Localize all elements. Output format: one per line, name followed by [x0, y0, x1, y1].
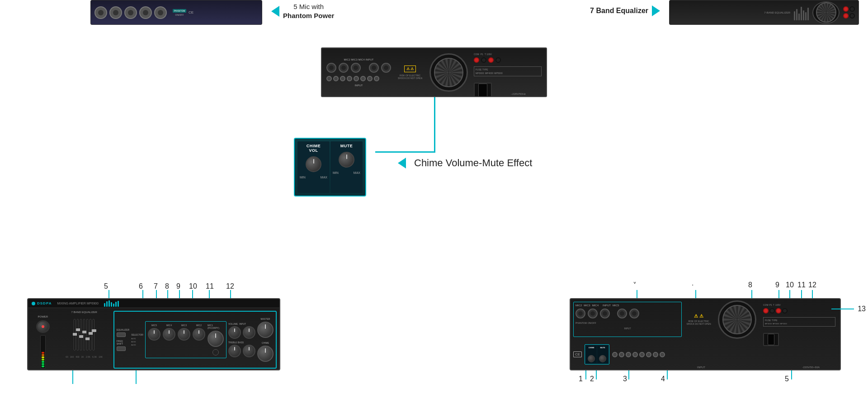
rca-6: [360, 76, 366, 81]
mic5-knob[interactable]: [148, 328, 160, 341]
mute-small-knob[interactable]: [599, 355, 606, 362]
chime-vol-panel: CHIMEVOL MIN MAX: [297, 141, 330, 193]
mic4-knob[interactable]: [163, 328, 175, 341]
top-left-device-image: PHANTOM ON/OFF CE: [90, 0, 262, 25]
back-xlr-5: [629, 309, 639, 318]
back-panel: MIC2 MIC3 MIC4 INPUT MIC5: [570, 298, 841, 370]
input-knob[interactable]: [243, 326, 255, 339]
chime-front-knob[interactable]: [257, 346, 274, 362]
knob-group-mic5: MIC5: [148, 324, 160, 356]
mic1-knob[interactable]: [208, 331, 224, 347]
switch-section: EQUALIZER FREQ SHIFT: [117, 328, 129, 351]
below-line-3: [628, 370, 629, 379]
mic3-knob[interactable]: [178, 328, 190, 341]
power-connector-back: [763, 333, 779, 346]
front-main-area: POWER: [28, 308, 279, 370]
xlr-port-mic2: [326, 63, 336, 73]
num-label-3-below: 3: [623, 375, 627, 383]
num-13-line: [831, 309, 854, 309]
eq-slider-7[interactable]: [93, 319, 94, 351]
mic1-jack: [212, 349, 219, 356]
eq-slider-2[interactable]: [77, 319, 79, 351]
master-knob[interactable]: [257, 322, 274, 338]
vcm-section: VOLUMEINPUT TREBLE BASS: [228, 323, 255, 357]
chime-vol-knob: [306, 156, 321, 172]
ce-mark-back: CE: [573, 351, 582, 357]
rca-b4: [632, 352, 638, 357]
mic-knobs-group: MIC5 MIC4 MIC3: [145, 321, 226, 358]
terminal-red-top: [843, 6, 849, 12]
chime-mute-panel: MUTE MIN MAX: [330, 141, 363, 193]
rca-3: [340, 76, 345, 81]
num-label-12-front: 12: [226, 282, 234, 290]
power-button[interactable]: [36, 320, 50, 333]
brand-dot: [32, 302, 35, 305]
below-line-2: [596, 370, 597, 379]
treble-knob[interactable]: [228, 345, 241, 357]
arrow-left-icon: [271, 6, 279, 17]
mixing-controls-box: EQUALIZER FREQ SHIFT SELECTOR AUX1 AUX2: [113, 311, 277, 369]
phantom-label-line1: 5 Mic with: [293, 2, 324, 11]
mic2-knob[interactable]: [193, 328, 205, 341]
connector-line-h: [375, 151, 435, 153]
knob-group-mic2: MIC2: [193, 324, 205, 356]
rca-b2: [619, 352, 624, 357]
rca-b3: [626, 352, 631, 357]
eq-slider-1[interactable]: [74, 319, 75, 351]
back-xlr-4: [617, 309, 627, 318]
num-13-section: 13: [831, 305, 866, 313]
chime-box: CHIMEVOL MIN MAX MUTE MIN MAX: [294, 138, 366, 196]
back-output-section: COM P1 T 100V: [761, 302, 837, 337]
rca-1: [326, 76, 332, 81]
terminal-red-bot: [843, 13, 849, 19]
connector-line-v: [434, 97, 435, 151]
back-input-label: INPUT: [576, 327, 679, 330]
num-label-1-below: 1: [579, 375, 583, 383]
voltage-label-back: -220V/50~60A: [802, 366, 820, 369]
knob-group-mic4: MIC4: [163, 324, 175, 356]
eq-slider-6[interactable]: [90, 319, 91, 351]
back-top-area: MIC2 MIC3 MIC4 INPUT MIC5: [571, 299, 840, 340]
chime-small-knob[interactable]: [588, 355, 595, 362]
num-label-7-front: 7: [154, 282, 158, 290]
eq-slider-3[interactable]: [80, 319, 82, 351]
num-label-11-back: 11: [797, 281, 806, 289]
back-terminal-r1: [763, 308, 769, 313]
chime-mute-min-label: MIN: [333, 171, 339, 174]
rca-4: [347, 76, 352, 81]
chime-mute-label: MUTE: [340, 144, 353, 148]
chime-vol-minmax: MIN MAX: [299, 176, 328, 179]
num-label-2-below: 2: [590, 375, 594, 383]
chime-mute-minmax: MIN MAX: [332, 171, 361, 174]
eq-slider-4[interactable]: [83, 319, 85, 351]
bass-knob[interactable]: [243, 345, 255, 357]
num-label-11-front: 11: [206, 282, 214, 290]
brand-text: DSDPA: [37, 301, 52, 305]
rca-2: [333, 76, 339, 81]
freq-switch[interactable]: [117, 346, 126, 351]
num-label-10-front: 10: [189, 282, 197, 290]
back-fan-mid: [427, 51, 470, 94]
below-line-5: [791, 370, 792, 379]
num-label-5-front: 5: [104, 282, 108, 290]
back-terminal-r2: [776, 308, 781, 313]
front-panel-container: 5 6 7 8 9 10 11 12: [27, 280, 280, 384]
below-line-1: [585, 370, 586, 379]
front-panel-numbers-above: 5 6 7 8 9 10 11 12: [27, 280, 280, 298]
eq-section: 7 BAND EQUALIZER 63: [58, 311, 111, 369]
back-fan-right: [716, 302, 759, 337]
rca-5: [354, 76, 359, 81]
top-right-device-image: 7-BAND EQUALIZER: [669, 0, 859, 25]
eq-switch[interactable]: [117, 332, 126, 337]
num-label-v: ˅: [633, 281, 637, 290]
xlr-port-mic4: [351, 63, 361, 73]
chime-arrow-left-icon: [398, 158, 406, 168]
eq-slider-5[interactable]: [86, 319, 88, 351]
front-panel: DSDPA MIXING AMPLIFIER MP6900: [27, 298, 280, 370]
front-top-strip: DSDPA MIXING AMPLIFIER MP6900: [28, 299, 279, 308]
bottom-line-2: [136, 370, 137, 384]
rca-b1: [612, 352, 618, 357]
top-section: PHANTOM ON/OFF CE 5 Mic with Phantom Pow…: [0, 0, 868, 29]
chime-effect-label: Chime Volume-Mute Effect: [414, 157, 532, 169]
volume-knob[interactable]: [228, 326, 241, 339]
